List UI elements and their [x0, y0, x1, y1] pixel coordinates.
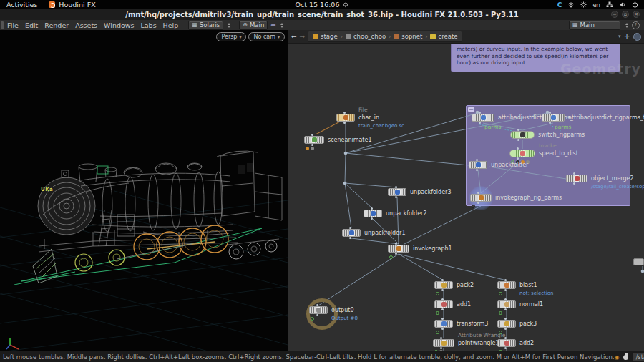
node-pack3[interactable]: pack3	[497, 320, 516, 328]
radial-menu-icon[interactable]	[633, 33, 641, 41]
keyboard-layout-indicator[interactable]: en	[592, 1, 600, 9]
node-speed_to_dist[interactable]: speed_to_distInvoke	[509, 150, 535, 157]
tray-app-icon[interactable]: C	[557, 1, 562, 9]
node-body[interactable]	[434, 281, 453, 289]
node-unpackfolder[interactable]: unpackfolder	[469, 161, 487, 169]
network-tree-icon[interactable]	[606, 1, 613, 8]
node-unpackfolder1[interactable]: unpackfolder1	[342, 229, 361, 237]
cook-mode-icon[interactable]	[623, 355, 628, 360]
node-add1[interactable]: add1	[434, 300, 453, 308]
node-invokegraph_rig_parms[interactable]: invokegraph_rig_parms	[470, 194, 492, 202]
node-body[interactable]	[470, 194, 492, 202]
node-transform3[interactable]: transform3	[434, 320, 453, 328]
network-canvas[interactable]: — char_inFiletrain_char.bgeo.scsceneanim…	[288, 44, 644, 351]
node-body[interactable]	[497, 339, 516, 347]
notifications-bell-icon[interactable]	[343, 1, 348, 8]
power-icon[interactable]	[632, 1, 638, 8]
breadcrumb-item-choo_choo[interactable]: choo_choo	[346, 33, 386, 40]
shelf-set-spinner[interactable]	[280, 23, 283, 28]
node-body[interactable]	[434, 320, 453, 328]
node-body[interactable]	[510, 131, 535, 139]
node-label: pack3	[519, 321, 537, 327]
node-blast1[interactable]: blast1not: selection	[497, 281, 516, 289]
minimize-button[interactable]: −	[611, 11, 618, 18]
node-unpackfolder3[interactable]: unpackfolder3	[388, 188, 406, 196]
volume-icon[interactable]	[619, 1, 626, 8]
scene-viewport[interactable]: Persp ▾ No cam ▾ UKa	[0, 30, 288, 351]
breadcrumb-item-stage[interactable]: stage	[313, 33, 338, 40]
node-body[interactable]	[304, 136, 324, 144]
node-body[interactable]	[434, 300, 453, 308]
node-body[interactable]	[388, 245, 409, 253]
node-body[interactable]	[633, 258, 644, 265]
node-body[interactable]	[566, 175, 587, 182]
node-attribadjustdict_rigparms_[interactable]: attribadjustdict_rigparms_parms	[472, 114, 494, 122]
node-icon	[504, 283, 509, 288]
node-body[interactable]	[497, 320, 516, 328]
desktop-selector-spinner[interactable]	[228, 23, 230, 28]
menu-help[interactable]: Help	[163, 21, 179, 29]
pane-type-watermark: Geometry	[560, 61, 641, 77]
node-body[interactable]	[509, 150, 535, 157]
help-icon[interactable]: ?	[632, 21, 640, 29]
camera-selector[interactable]: No cam ▾	[248, 32, 285, 41]
follow-icon[interactable]: ◉	[615, 354, 620, 361]
node-annotation: /stage/rail_create/sopnet/create/CURVEOU…	[591, 184, 644, 190]
menu-edit[interactable]: Edit	[25, 21, 38, 29]
layout-icon: ▦	[572, 22, 578, 28]
node-pack2[interactable]: pack2	[434, 281, 453, 289]
activities-button[interactable]: Activities	[6, 1, 37, 9]
node-body[interactable]	[469, 161, 487, 169]
projection-selector[interactable]: Persp ▾	[216, 32, 246, 41]
breadcrumb-item-sopnet[interactable]: sopnet	[394, 33, 422, 40]
shelf-set-selector[interactable]: ⊕ Main	[239, 21, 268, 30]
node-body[interactable]	[472, 114, 494, 122]
node-body[interactable]	[309, 306, 328, 314]
nav-back-icon[interactable]: ←	[291, 34, 297, 40]
node-add2[interactable]: add2	[497, 339, 516, 347]
node-body[interactable]	[388, 188, 406, 196]
right-main-spinner[interactable]	[625, 23, 628, 28]
node-switch_rigparms[interactable]: switch_rigparms	[510, 131, 535, 139]
node-icon	[575, 176, 580, 181]
close-button[interactable]: ✕	[633, 11, 640, 18]
app-indicator[interactable]: Houdini FX	[49, 1, 95, 9]
node-label: sceneanimate1	[328, 137, 372, 143]
wifi-icon[interactable]	[567, 2, 575, 8]
node-normal1[interactable]: normal1	[497, 300, 516, 308]
node-body[interactable]	[364, 210, 382, 217]
path-dropdown-icon[interactable]: ▾	[618, 34, 621, 39]
maximize-button[interactable]: ▫	[622, 11, 629, 18]
node-attribadjustdict_rigparms_fast[interactable]: attribadjustdict_rigparms_fastparms	[542, 114, 565, 122]
node-output0[interactable]: output0Output #0	[309, 306, 328, 314]
nav-forward-icon[interactable]: →	[300, 34, 306, 40]
node-body[interactable]	[433, 339, 454, 347]
breadcrumb-item-create[interactable]: create	[430, 33, 457, 40]
node-object_merge2[interactable]: object_merge2/stage/rail_create/sopnet/c…	[566, 175, 587, 182]
settings-gear-icon[interactable]	[580, 1, 587, 8]
cook-path-selector[interactable]: /stage/choo_c...	[632, 352, 644, 362]
menu-windows[interactable]: Windows	[104, 21, 134, 29]
node-body[interactable]	[497, 300, 516, 308]
node-body[interactable]	[497, 281, 516, 289]
clock[interactable]: Oct 15 16:06	[296, 1, 340, 9]
desktop-selector[interactable]: ▦ Solaris	[188, 21, 223, 30]
window-title-bar[interactable]: /mnt/hq/projects/dmitrilv3/train_upd/tra…	[0, 9, 644, 21]
pin-icon[interactable]: ✛	[624, 33, 630, 40]
menu-file[interactable]: File	[7, 21, 19, 29]
menu-labs[interactable]: Labs	[140, 21, 156, 29]
right-main-selector[interactable]: ▦ Main	[569, 21, 620, 30]
node-body[interactable]	[342, 229, 361, 237]
node-body[interactable]	[336, 114, 355, 122]
node-pointwrangle1[interactable]: pointwrangle1Attribute Wrangle	[433, 339, 454, 347]
pane-splitter-handle[interactable]	[1, 21, 4, 29]
node-unpackfolder2[interactable]: unpackfolder2	[364, 210, 382, 217]
hop-icon[interactable]: ➦	[270, 22, 276, 29]
node-char_in[interactable]: char_inFiletrain_char.bgeo.sc	[336, 114, 355, 122]
menu-assets[interactable]: Assets	[75, 21, 97, 29]
node-body[interactable]	[542, 114, 565, 122]
menu-render[interactable]: Render	[44, 21, 69, 29]
node-sceneanimate1[interactable]: sceneanimate1	[304, 136, 324, 144]
node-invokegraph1[interactable]: invokegraph1	[388, 245, 409, 253]
node-edge_node[interactable]	[633, 258, 644, 265]
